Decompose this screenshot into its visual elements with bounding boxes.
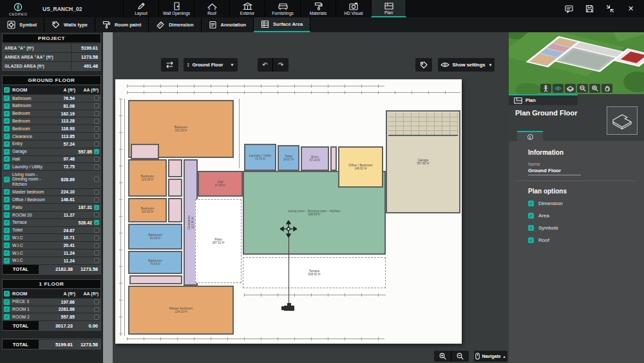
room-bathroom[interactable]: Bathroom76.54 ft² [128, 251, 182, 274]
tab-exterior[interactable]: Exterior [229, 0, 265, 17]
room-entry[interactable]: Entry57.24 ft² [301, 146, 329, 171]
redo-button[interactable]: ↷ [273, 58, 289, 72]
room-visible-checkbox[interactable]: ✓ [4, 299, 10, 305]
tab-materials[interactable]: Materials [300, 0, 336, 17]
tab-hd-visual[interactable]: HD Visual [336, 0, 371, 17]
room-visible-checkbox[interactable]: ✓ [4, 164, 10, 170]
annex-area-checkbox[interactable] [94, 228, 99, 233]
room-visible-checkbox[interactable]: ✓ [4, 189, 10, 195]
table-row[interactable]: ✓ROOM 2557.85 [3, 313, 100, 320]
room-visible-checkbox[interactable]: ✓ [4, 235, 10, 240]
camera-viewpoint-icon[interactable] [281, 302, 297, 311]
table-row[interactable]: ✓W.I.C11.24 [3, 249, 100, 257]
annex-area-checkbox[interactable] [94, 177, 99, 182]
plan-option-roof[interactable]: ✓Roof [528, 237, 563, 243]
annex-area-checkbox[interactable] [94, 212, 99, 217]
room-office-bedroom[interactable]: Office / Bedroom146.61 ft² [338, 146, 383, 188]
annex-area-checkbox[interactable] [94, 141, 99, 146]
annex-area-checkbox[interactable] [94, 250, 99, 255]
annex-area-checkbox[interactable] [94, 243, 99, 248]
room-laundry-utility[interactable]: Laundry / Utility72.75 ft² [244, 144, 276, 171]
name-field-input[interactable]: Ground Floor [528, 168, 581, 175]
annex-area-checkbox[interactable] [94, 258, 99, 263]
annex-area-checkbox[interactable] [94, 315, 99, 320]
table-row[interactable]: ✓Bathroom81.08 [3, 102, 100, 110]
room-visible-checkbox[interactable]: ✓ [4, 314, 10, 320]
plan-option-symbols[interactable]: ✓Symbols [528, 225, 563, 231]
annex-area-checkbox[interactable] [94, 157, 99, 162]
annex-area-checkbox[interactable] [94, 190, 99, 195]
table-row[interactable]: ✓Master bedroom224.10 [3, 188, 100, 196]
table-row[interactable]: ✓W.I.C11.24 [3, 257, 100, 264]
annex-area-checkbox[interactable]: ✓ [94, 220, 99, 225]
room-terrace[interactable]: Terrace528.42 ft² [243, 257, 386, 288]
annex-area-checkbox[interactable] [94, 235, 99, 240]
room-w-i-c[interactable] [129, 275, 182, 284]
tool-dimension[interactable]: Dimension [149, 17, 201, 32]
table-row[interactable]: ✓Terrace528.42✓ [3, 219, 100, 226]
table-row[interactable]: ✓Bathroom76.54 [3, 94, 100, 102]
zoom-in-button[interactable] [589, 84, 600, 93]
room-visible-checkbox[interactable]: ✓ [4, 228, 10, 233]
tab-wall-openings[interactable]: Wall Openings [158, 0, 194, 17]
room-visible-checkbox[interactable]: ✓ [4, 118, 10, 124]
room-toilet[interactable]: Toilet24.67 ft² [278, 145, 299, 171]
select-all-checkbox[interactable]: ✓ [4, 87, 10, 93]
room-visible-checkbox[interactable]: ✓ [4, 156, 10, 162]
zoom-out-button[interactable] [577, 84, 588, 93]
table-row[interactable]: ✓Bedroom162.19 [3, 110, 100, 117]
room-visible-checkbox[interactable]: ✓ [4, 258, 10, 264]
room-bathroom[interactable]: Bathroom81.08 ft² [128, 224, 182, 250]
table-row[interactable]: ✓Entry57.24 [3, 140, 100, 148]
save-icon[interactable] [585, 5, 594, 13]
annex-area-checkbox[interactable]: ✓ [94, 205, 99, 210]
room-w-i-c[interactable] [168, 159, 182, 177]
checkbox-checked[interactable]: ✓ [528, 237, 534, 243]
annotations-visibility-button[interactable] [415, 58, 432, 72]
tool-walls-type[interactable]: Walls type [44, 17, 95, 32]
annex-area-checkbox[interactable] [94, 126, 99, 132]
annex-area-checkbox[interactable] [94, 197, 99, 202]
eye-button[interactable] [553, 84, 564, 93]
plan-panel-tab[interactable]: Plan [509, 95, 578, 105]
table-row[interactable]: ✓ROOM 2011.27 [3, 211, 100, 219]
table-row[interactable]: ✓Hall97.48 [3, 155, 100, 163]
table-row[interactable]: ✓Toilet24.67 [3, 226, 100, 234]
plan-option-area[interactable]: ✓Area [528, 213, 563, 219]
undo-button[interactable]: ↶ [258, 58, 273, 72]
move-crosshair-icon[interactable] [280, 221, 297, 237]
room-w-i-c[interactable] [330, 146, 337, 171]
room-patio[interactable]: Patio187.31 ft² [195, 199, 242, 283]
table-row[interactable]: ✓W.I.C10.71 [3, 233, 100, 241]
annex-area-checkbox[interactable] [94, 164, 99, 170]
table-row[interactable]: ✓Living room - Dinning room - Kitchen828… [3, 170, 100, 188]
room-visible-checkbox[interactable]: ✓ [4, 141, 10, 147]
switch-view-button[interactable] [161, 58, 178, 72]
annex-area-checkbox[interactable] [94, 95, 99, 101]
room-visible-checkbox[interactable]: ✓ [4, 197, 10, 202]
select-all-checkbox[interactable]: ✓ [4, 291, 10, 297]
close-icon[interactable]: ✕ [627, 5, 635, 13]
plan-canvas[interactable]: Living room - Dinning room - Kitchen828.… [113, 32, 509, 363]
table-row[interactable]: ✓Laundry / Utility72.75 [3, 162, 100, 170]
tab-furnishings[interactable]: Furnishings [265, 0, 300, 17]
checkbox-checked[interactable]: ✓ [528, 201, 534, 206]
room-bedroom[interactable]: Bedroom113.28 ft² [128, 159, 167, 197]
navigate-button[interactable]: Navigate ▲ [474, 351, 507, 362]
room-bedroom[interactable]: Bedroom116.93 ft² [128, 198, 167, 222]
room-visible-checkbox[interactable]: ✓ [4, 242, 10, 248]
floor-selector-dropdown[interactable]: ▲▼ Ground Floor ▼ [184, 58, 238, 72]
plan-option-dimension[interactable]: ✓Dimension [528, 201, 563, 206]
room-visible-checkbox[interactable]: ✓ [4, 212, 10, 218]
room-visible-checkbox[interactable]: ✓ [4, 103, 10, 109]
room-visible-checkbox[interactable]: ✓ [4, 95, 10, 101]
room-w-i-c[interactable] [168, 179, 182, 197]
tab-layout[interactable]: Layout [123, 0, 158, 17]
annex-area-checkbox[interactable] [94, 111, 99, 116]
checkbox-checked[interactable]: ✓ [528, 213, 534, 219]
information-tab[interactable]: i [517, 131, 543, 141]
room-room-20[interactable] [131, 144, 159, 159]
zoom-out-button[interactable] [451, 351, 469, 362]
table-row[interactable]: ✓Bedroom116.93 [3, 124, 100, 132]
tool-surface-area[interactable]: Surface Area [254, 17, 310, 32]
